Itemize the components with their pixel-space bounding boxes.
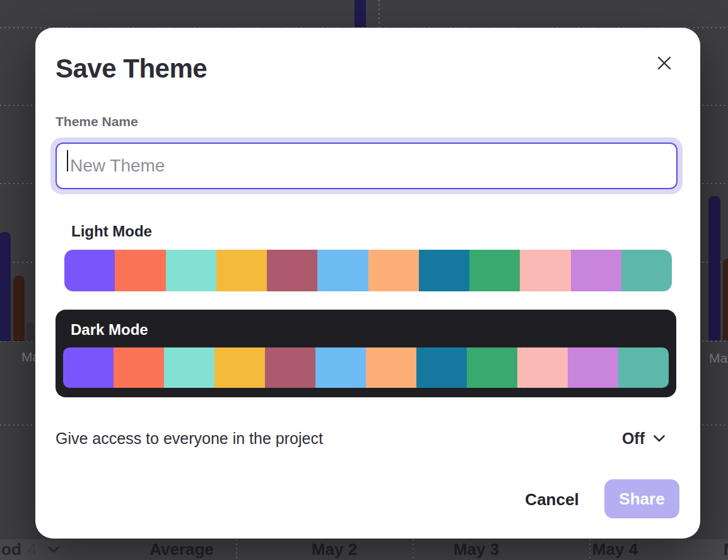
dark-mode-label: Dark Mode	[71, 321, 148, 339]
color-swatch	[368, 250, 419, 291]
color-swatch	[520, 250, 570, 291]
access-dropdown[interactable]: Off	[622, 427, 666, 450]
dialog-title: Save Theme	[56, 54, 207, 83]
color-swatch	[416, 347, 467, 388]
column-divider	[413, 539, 414, 560]
period-value: 4	[28, 539, 37, 560]
color-swatch	[114, 347, 164, 388]
chart-bar	[355, 0, 366, 27]
light-mode-palette	[64, 250, 672, 291]
table-footer-strip: od 4 Average May 2 May 3 May 4 M	[0, 539, 728, 560]
color-swatch	[366, 347, 416, 388]
save-theme-dialog: Save Theme Theme Name Light Mode Dark Mo…	[35, 28, 700, 539]
period-label: od	[1, 539, 21, 560]
color-swatch	[265, 347, 315, 388]
access-label: Give access to everyone in the project	[56, 428, 323, 448]
close-icon	[657, 55, 672, 71]
color-swatch	[115, 250, 165, 291]
color-swatch	[164, 347, 214, 388]
color-swatch	[216, 250, 267, 291]
chevron-down-icon	[653, 435, 666, 443]
chart-bar	[708, 196, 720, 341]
x-axis-label: May	[709, 351, 728, 366]
color-swatch	[64, 250, 115, 291]
color-swatch	[317, 250, 368, 291]
screen: May May od 4 Average May 2 May 3 May 4 M	[0, 0, 728, 560]
chart-bar	[13, 276, 25, 341]
chart-bar	[0, 232, 11, 341]
theme-name-focus-ring	[50, 137, 683, 194]
color-swatch	[419, 250, 469, 291]
color-swatch	[467, 347, 517, 388]
light-mode-label: Light Mode	[71, 223, 152, 240]
dark-mode-card: Dark Mode	[56, 310, 676, 397]
text-caret	[67, 150, 68, 172]
column-divider	[236, 539, 237, 560]
column-header-may2: May 2	[312, 539, 357, 560]
chart-bar	[723, 259, 728, 341]
access-value: Off	[622, 429, 645, 448]
color-swatch	[166, 250, 216, 291]
color-swatch	[571, 250, 621, 291]
color-swatch	[621, 250, 672, 291]
column-header-clipped: M	[724, 539, 728, 560]
color-swatch	[517, 347, 568, 388]
gridline-vertical	[379, 0, 380, 27]
color-swatch	[568, 347, 618, 388]
theme-name-input[interactable]	[56, 143, 678, 189]
column-header-may4: May 4	[592, 539, 638, 560]
color-swatch	[63, 347, 114, 388]
close-button[interactable]	[650, 49, 678, 77]
color-swatch	[214, 347, 265, 388]
cancel-button[interactable]: Cancel	[511, 481, 593, 518]
column-header-average: Average	[150, 539, 214, 560]
chart-bar	[26, 323, 34, 341]
period-dropdown[interactable]: od 4	[0, 539, 59, 560]
column-divider	[589, 539, 590, 560]
color-swatch	[469, 250, 520, 291]
share-button[interactable]: Share	[604, 479, 679, 518]
column-header-may3: May 3	[454, 539, 499, 560]
theme-name-label: Theme Name	[56, 114, 138, 129]
color-swatch	[315, 347, 366, 388]
dark-mode-palette	[63, 347, 669, 388]
color-swatch	[267, 250, 317, 291]
color-swatch	[618, 347, 669, 388]
chevron-down-icon	[48, 546, 59, 554]
